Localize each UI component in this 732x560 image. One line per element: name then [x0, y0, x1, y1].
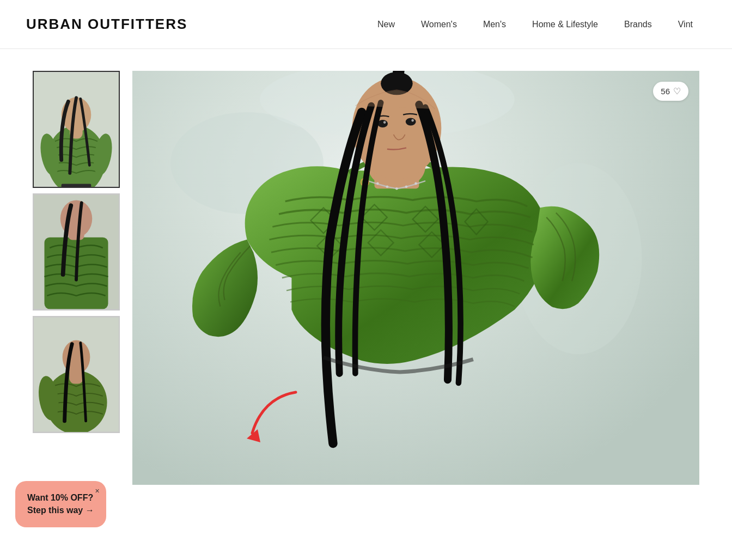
svg-point-31	[383, 121, 386, 124]
main-product-image[interactable]: 56 ♡	[132, 71, 699, 485]
thumbnail-3[interactable]	[33, 316, 120, 433]
site-logo[interactable]: URBAN OUTFITTERS	[26, 16, 187, 33]
product-page: 56 ♡	[0, 49, 732, 507]
svg-point-32	[411, 119, 414, 122]
nav-item-womens[interactable]: Women's	[408, 20, 470, 29]
svg-point-30	[406, 118, 416, 125]
svg-point-22	[376, 182, 379, 185]
nav-item-vintage[interactable]: Vint	[665, 20, 706, 29]
nav-item-new[interactable]: New	[364, 20, 408, 29]
svg-rect-6	[62, 184, 91, 187]
popup-text: Want 10% OFF?Step this way →	[27, 492, 94, 516]
popup-close-button[interactable]: ×	[95, 486, 100, 495]
main-nav: New Women's Men's Home & Lifestyle Brand…	[364, 20, 706, 29]
nav-item-home-lifestyle[interactable]: Home & Lifestyle	[519, 20, 611, 29]
nav-item-brands[interactable]: Brands	[611, 20, 665, 29]
discount-popup[interactable]: × Want 10% OFF?Step this way →	[15, 481, 106, 527]
thumbnail-column	[33, 71, 123, 485]
svg-point-23	[386, 185, 389, 188]
like-count: 56	[661, 87, 670, 96]
like-button[interactable]: 56 ♡	[653, 82, 688, 101]
svg-point-24	[395, 187, 398, 190]
model-display	[132, 71, 699, 485]
heart-icon: ♡	[673, 86, 681, 96]
header: URBAN OUTFITTERS New Women's Men's Home …	[0, 0, 732, 49]
nav-item-mens[interactable]: Men's	[470, 20, 519, 29]
svg-point-26	[414, 182, 417, 185]
svg-point-25	[405, 185, 408, 188]
thumbnail-1[interactable]	[33, 71, 120, 188]
thumbnail-2[interactable]	[33, 193, 120, 311]
